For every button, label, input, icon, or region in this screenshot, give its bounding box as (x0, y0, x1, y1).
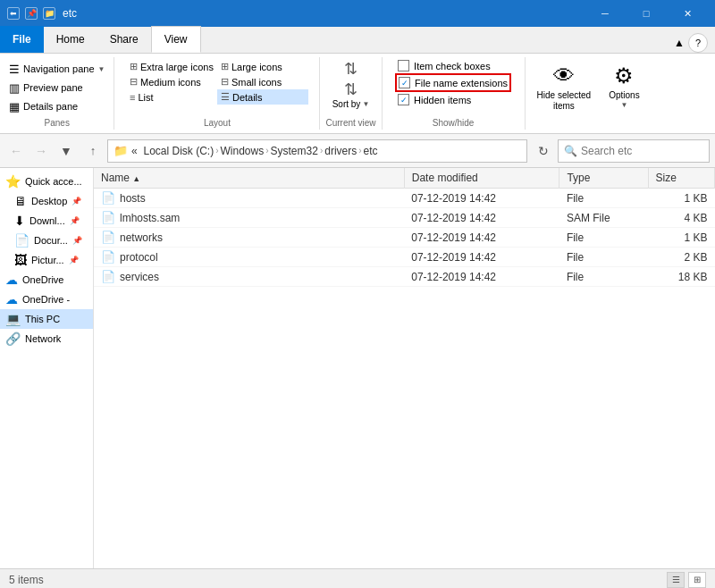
search-input[interactable] (581, 145, 703, 157)
large-icons-button[interactable]: ⊞ Large icons (217, 59, 308, 74)
sort-by-label: Sort by ▼ (332, 99, 370, 109)
pin-marker2: 📌 (70, 216, 80, 225)
sidebar-item-network[interactable]: 🔗 Network (0, 329, 93, 349)
list-button[interactable]: ≡ List (126, 89, 217, 105)
quick-access-star-icon: ⭐ (5, 174, 21, 189)
hide-selected-button[interactable]: 👁 Hide selected items (531, 59, 598, 116)
file-date: 07-12-2019 14:42 (404, 208, 559, 228)
item-check-boxes-option[interactable]: Item check boxes (395, 59, 511, 72)
details-button[interactable]: ☰ Details (217, 89, 308, 105)
col-header-name[interactable]: Name ▲ (94, 168, 404, 189)
small-icons-button[interactable]: ⊟ Small icons (217, 74, 308, 89)
close-button[interactable]: ✕ (667, 0, 708, 27)
sort-by-group: ⇅ ⇅ Sort by ▼ Current view (320, 57, 382, 130)
search-icon: 🔍 (564, 145, 577, 157)
pin-marker3: 📌 (72, 236, 82, 245)
sidebar-item-downloads[interactable]: ⬇ Downl... 📌 (0, 211, 93, 231)
panes-group: ☰ Navigation pane ▼ ▥ Preview pane ▦ Det… (0, 57, 114, 130)
breadcrumb-item-5[interactable]: etc (364, 145, 378, 157)
up-button[interactable]: ↑ (82, 140, 104, 162)
file-name: networks (120, 231, 163, 244)
breadcrumb-item-1[interactable]: Local Disk (C:) (143, 145, 214, 157)
back-button[interactable]: ← (5, 140, 27, 162)
details-pane-button[interactable]: ▦ Details pane (5, 98, 81, 115)
sidebar-item-documents[interactable]: 📄 Docur... 📌 (0, 231, 93, 250)
table-row[interactable]: 📄 protocol 07-12-2019 14:42 File 2 KB (94, 248, 715, 267)
extra-large-icons-button[interactable]: ⊞ Extra large icons (126, 59, 217, 74)
file-name: lmhosts.sam (120, 212, 180, 224)
medium-icons-button[interactable]: ⊟ Medium icons (126, 74, 217, 89)
recent-locations-button[interactable]: ▼ (55, 140, 77, 162)
col-header-date[interactable]: Date modified (404, 168, 559, 189)
breadcrumb-item-3[interactable]: System32 (271, 145, 318, 157)
medium-icon: ⊟ (130, 76, 138, 88)
search-box[interactable]: 🔍 (558, 139, 710, 163)
sort-icon2: ⇅ (344, 80, 358, 99)
folder-icon: 📁 (43, 7, 55, 20)
minimize-button[interactable]: ─ (585, 0, 626, 27)
list-view-toggle[interactable]: ☰ (667, 572, 685, 588)
details-icon: ☰ (221, 91, 230, 103)
show-hide-group: Item check boxes File name extensions Hi… (383, 57, 526, 130)
refresh-button[interactable]: ↻ (533, 140, 554, 162)
sidebar-item-quick-access[interactable]: ⭐ Quick acce... (0, 172, 93, 191)
ribbon-content: ☰ Navigation pane ▼ ▥ Preview pane ▦ Det… (0, 54, 715, 134)
tab-file[interactable]: File (0, 26, 44, 53)
file-name-extensions-checkbox[interactable] (399, 77, 410, 88)
file-name-extensions-option[interactable]: File name extensions (395, 73, 511, 92)
thispc-icon: 💻 (5, 312, 21, 326)
tab-share[interactable]: Share (97, 26, 151, 53)
sidebar-item-thispc[interactable]: 💻 This PC (0, 309, 93, 329)
pin-icon[interactable]: 📌 (25, 7, 38, 20)
pin-marker4: 📌 (69, 256, 79, 265)
downloads-icon: ⬇ (14, 214, 25, 228)
sidebar-item-onedrive2[interactable]: ☁ OneDrive - (0, 290, 93, 309)
tab-view[interactable]: View (151, 26, 201, 53)
table-row[interactable]: 📄 networks 07-12-2019 14:42 File 1 KB (94, 228, 715, 248)
breadcrumb-item-0[interactable]: « (131, 145, 138, 157)
file-size: 18 KB (648, 267, 714, 287)
breadcrumb-item-2[interactable]: Windows (221, 145, 265, 157)
file-icon: 📄 (101, 191, 115, 205)
breadcrumb-item-4[interactable]: drivers (324, 145, 357, 157)
tab-home[interactable]: Home (44, 26, 97, 53)
navigation-pane-button[interactable]: ☰ Navigation pane ▼ (5, 61, 108, 78)
sidebar-item-pictures[interactable]: 🖼 Pictur... 📌 (0, 250, 93, 270)
nav-pane-dropdown-arrow[interactable]: ▼ (98, 65, 105, 73)
file-icon: 📄 (101, 270, 115, 283)
file-type: File (559, 248, 648, 267)
table-row[interactable]: 📄 hosts 07-12-2019 14:42 File 1 KB (94, 189, 715, 208)
nav-pane-icon: ☰ (9, 63, 20, 76)
sort-by-content: ⇅ ⇅ Sort by ▼ (329, 59, 374, 116)
layout-grid: ⊞ Extra large icons ⊞ Large icons ⊟ Medi… (126, 59, 308, 105)
preview-pane-icon: ▥ (9, 81, 20, 95)
breadcrumb-folder-icon: 📁 (114, 144, 128, 157)
table-row[interactable]: 📄 lmhosts.sam 07-12-2019 14:42 SAM File … (94, 208, 715, 228)
sort-icon: ⇅ (344, 59, 358, 79)
sort-by-button[interactable]: ⇅ ⇅ Sort by ▼ (329, 59, 374, 109)
help-button[interactable]: ? (688, 33, 708, 53)
table-row[interactable]: 📄 services 07-12-2019 14:42 File 18 KB (94, 267, 715, 287)
options-content: 👁 Hide selected items ⚙ Options ▼ (531, 59, 646, 116)
small-icon: ⊟ (221, 76, 229, 88)
col-header-type[interactable]: Type (559, 168, 648, 189)
hidden-items-option[interactable]: Hidden items (395, 93, 511, 106)
chevron-up-icon[interactable]: ▲ (674, 37, 685, 49)
options-button[interactable]: ⚙ Options ▼ (602, 59, 645, 113)
file-type: File (559, 228, 648, 248)
item-check-boxes-checkbox[interactable] (398, 60, 409, 71)
hidden-items-checkbox[interactable] (398, 94, 409, 105)
file-type: File (559, 267, 648, 287)
col-header-size[interactable]: Size (648, 168, 714, 189)
maximize-button[interactable]: □ (626, 0, 667, 27)
sidebar-item-desktop[interactable]: 🖥 Desktop 📌 (0, 191, 93, 211)
file-icon: 📄 (101, 211, 115, 224)
address-bar[interactable]: 📁 « Local Disk (C:) › Windows › System32… (107, 139, 527, 163)
sidebar-item-onedrive1[interactable]: ☁ OneDrive (0, 270, 93, 290)
view-options: Item check boxes File name extensions Hi… (395, 59, 511, 106)
details-pane-icon: ▦ (9, 100, 20, 113)
preview-pane-button[interactable]: ▥ Preview pane (5, 80, 87, 97)
details-view-toggle[interactable]: ⊞ (688, 572, 706, 588)
forward-button[interactable]: → (30, 140, 52, 162)
quick-access-icon[interactable]: ⬅ (7, 7, 20, 20)
